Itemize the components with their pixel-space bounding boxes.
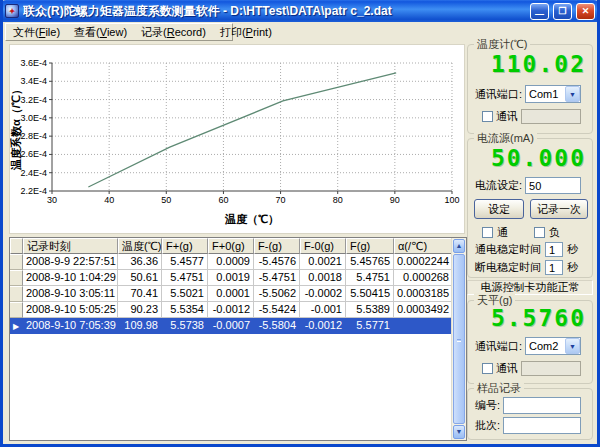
balance-port-select[interactable]: Com2 ▼ xyxy=(525,337,581,355)
table-cell[interactable]: -5.4751 xyxy=(254,270,300,286)
maximize-button[interactable]: ❐ xyxy=(553,3,572,20)
menu-item-view[interactable]: 查看(View) xyxy=(67,24,134,40)
table-cell[interactable]: -5.5804 xyxy=(254,318,300,334)
table-cell[interactable]: 5.45765 xyxy=(346,254,394,270)
column-header[interactable]: F+0(g) xyxy=(208,238,254,254)
table-cell[interactable]: 5.5771 xyxy=(346,318,394,334)
current-source-group: 电流源(mA) 50.000 电流设定: 设定 记录一次 通 负 通电稳定时间 … xyxy=(467,138,593,278)
y-tick-label: 3.0E-4 xyxy=(20,113,47,123)
column-header[interactable]: F+(g) xyxy=(162,238,208,254)
row-selector[interactable] xyxy=(10,270,23,286)
scroll-up-icon[interactable]: ▲ xyxy=(453,239,465,253)
table-cell[interactable]: 5.4577 xyxy=(162,254,208,270)
scroll-down-icon[interactable]: ▼ xyxy=(453,425,465,439)
x-tick-label: 50 xyxy=(161,195,171,205)
current-row-marker-icon[interactable]: ▶ xyxy=(10,318,23,334)
y-tick-label: 3.6E-4 xyxy=(20,58,47,68)
row-selector[interactable] xyxy=(10,286,23,302)
table-cell[interactable]: 0.000268 xyxy=(394,270,453,286)
thermometer-group: 温度计(℃) 110.02 通讯端口: Com1 ▼ 通讯 xyxy=(467,44,593,134)
table-cell[interactable]: 90.23 xyxy=(118,302,162,318)
table-cell[interactable]: 0.0018 xyxy=(300,270,346,286)
table-cell[interactable]: 70.41 xyxy=(118,286,162,302)
table-cell[interactable]: 2008-9-10 1:04:29 xyxy=(23,270,118,286)
chevron-down-icon[interactable]: ▼ xyxy=(565,338,580,354)
chevron-down-icon[interactable]: ▼ xyxy=(565,86,580,102)
table-cell[interactable]: 36.36 xyxy=(118,254,162,270)
table-cell[interactable]: -5.4576 xyxy=(254,254,300,270)
sample-id-input[interactable] xyxy=(503,397,581,414)
current-on-checkbox[interactable] xyxy=(482,227,493,238)
current-set-input[interactable] xyxy=(525,177,581,194)
balance-comm-checkbox[interactable] xyxy=(482,363,493,374)
table-cell[interactable]: -0.0012 xyxy=(208,302,254,318)
table-cell[interactable]: -0.001 xyxy=(300,302,346,318)
thermometer-led-display: 110.02 xyxy=(472,51,586,77)
table-row[interactable]: 2008-9-10 1:04:2950.615.47510.0019-5.475… xyxy=(10,270,451,286)
sample-record-group-label: 样品记录 xyxy=(474,381,524,395)
scrollbar-thumb[interactable] xyxy=(453,254,465,424)
column-header[interactable]: 记录时刻 xyxy=(23,238,118,254)
table-cell[interactable]: -0.0002 xyxy=(300,286,346,302)
close-button[interactable]: ✕ xyxy=(576,3,595,20)
off-time-input[interactable] xyxy=(545,260,563,275)
x-tick-label: 100 xyxy=(444,195,459,205)
y-tick-label: 2.6E-4 xyxy=(20,149,47,159)
table-cell[interactable]: 0.0003185 xyxy=(394,286,453,302)
column-header[interactable]: F-(g) xyxy=(254,238,300,254)
table-cell[interactable]: 5.4751 xyxy=(346,270,394,286)
balance-led-display: 5.5760 xyxy=(472,305,586,331)
minimize-button[interactable]: — xyxy=(530,3,549,20)
table-cell[interactable]: 2008-9-10 5:05:25 xyxy=(23,302,118,318)
thermo-port-select[interactable]: Com1 ▼ xyxy=(525,85,581,103)
record-once-button[interactable]: 记录一次 xyxy=(530,199,588,219)
menu-item-print[interactable]: 打印(Print) xyxy=(213,24,279,40)
app-window: ✦ 联众(R)陀螺力矩器温度系数测量软件 - D:\HTTest\DATA\pa… xyxy=(0,0,600,447)
table-row[interactable]: 2008-9-9 22:57:5136.365.45770.0009-5.457… xyxy=(10,254,451,270)
table-cell[interactable]: 2008-9-10 3:05:11 xyxy=(23,286,118,302)
table-cell[interactable]: 109.98 xyxy=(118,318,162,334)
table-cell[interactable]: 5.5389 xyxy=(346,302,394,318)
app-icon: ✦ xyxy=(5,4,19,18)
sample-batch-label: 批次: xyxy=(475,418,500,433)
on-time-input[interactable] xyxy=(545,242,563,257)
table-cell[interactable]: -0.0007 xyxy=(208,318,254,334)
table-cell[interactable]: 0.0002244 xyxy=(394,254,453,270)
column-header[interactable]: 温度(℃) xyxy=(118,238,162,254)
table-cell[interactable]: 5.4751 xyxy=(162,270,208,286)
column-header[interactable]: α(/℃) xyxy=(394,238,453,254)
sample-batch-input[interactable] xyxy=(503,417,581,434)
table-cell[interactable]: 0.0019 xyxy=(208,270,254,286)
set-button[interactable]: 设定 xyxy=(474,199,524,219)
y-tick-label: 2.8E-4 xyxy=(20,131,47,141)
row-selector[interactable] xyxy=(10,254,23,270)
table-cell[interactable]: 5.5354 xyxy=(162,302,208,318)
table-cell[interactable]: -5.5424 xyxy=(254,302,300,318)
column-header[interactable]: F-0(g) xyxy=(300,238,346,254)
table-cell[interactable]: 2008-9-10 7:05:39 xyxy=(23,318,118,334)
table-cell[interactable]: 0.0001 xyxy=(208,286,254,302)
table-row[interactable]: 2008-9-10 3:05:1170.415.50210.0001-5.506… xyxy=(10,286,451,302)
column-header[interactable]: F(g) xyxy=(346,238,394,254)
table-cell[interactable]: 2008-9-9 22:57:51 xyxy=(23,254,118,270)
table-cell[interactable]: 50.61 xyxy=(118,270,162,286)
table-cell[interactable]: 5.5021 xyxy=(162,286,208,302)
table-cell[interactable]: 5.5738 xyxy=(162,318,208,334)
titlebar: ✦ 联众(R)陀螺力矩器温度系数测量软件 - D:\HTTest\DATA\pa… xyxy=(0,0,600,22)
current-negative-checkbox[interactable] xyxy=(534,227,545,238)
thermo-comm-checkbox[interactable] xyxy=(482,111,493,122)
table-cell[interactable]: -5.5062 xyxy=(254,286,300,302)
table-vertical-scrollbar[interactable]: ▲ ▼ xyxy=(451,238,466,440)
table-row[interactable]: 2008-9-10 5:05:2590.235.5354-0.0012-5.54… xyxy=(10,302,451,318)
table-cell[interactable]: 0.0003492 xyxy=(394,302,453,318)
table-cell[interactable]: -0.0012 xyxy=(300,318,346,334)
row-selector[interactable] xyxy=(10,302,23,318)
table-cell[interactable] xyxy=(394,318,453,334)
menu-item-record[interactable]: 记录(Record) xyxy=(134,24,213,40)
table-cell[interactable]: 0.0021 xyxy=(300,254,346,270)
table-row[interactable]: ▶2008-9-10 7:05:39109.985.5738-0.0007-5.… xyxy=(10,318,451,334)
table-cell[interactable]: 0.0009 xyxy=(208,254,254,270)
table-cell[interactable]: 5.50415 xyxy=(346,286,394,302)
balance-group: 天平(g) 5.5760 通讯端口: Com2 ▼ 通讯 xyxy=(467,300,593,384)
menu-item-file[interactable]: 文件(File) xyxy=(6,24,67,40)
